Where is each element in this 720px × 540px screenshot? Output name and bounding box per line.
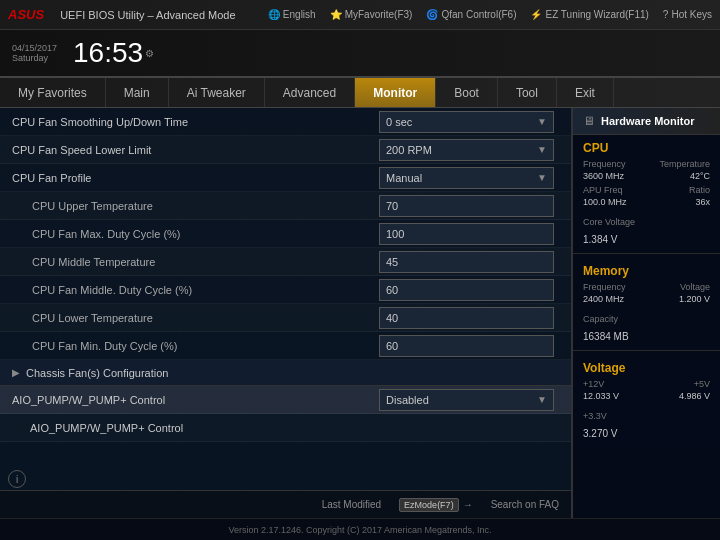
input-5[interactable]: 45 bbox=[379, 251, 554, 273]
app-title: UEFI BIOS Utility – Advanced Mode bbox=[60, 9, 258, 21]
date-line1: 04/15/2017 bbox=[12, 43, 57, 53]
hw-33v-val: 3.270 V bbox=[583, 428, 617, 439]
aio-setting-label: AIO_PUMP/W_PUMP+ Control bbox=[12, 394, 379, 406]
nav-aitweaker[interactable]: Ai Tweaker bbox=[169, 78, 265, 107]
hw-cpu-freq-val: 3600 MHz bbox=[583, 171, 624, 181]
setting-value-3[interactable]: 70 bbox=[379, 195, 559, 217]
settings-list: CPU Fan Smoothing Up/Down Time 0 sec ▼ C… bbox=[0, 108, 571, 490]
nav-tool[interactable]: Tool bbox=[498, 78, 557, 107]
setting-value-0[interactable]: 0 sec ▼ bbox=[379, 111, 559, 133]
hw-mem-val-row: 2400 MHz 1.200 V bbox=[583, 294, 710, 304]
hw-cpu-section: CPU Frequency Temperature 3600 MHz 42°C … bbox=[573, 135, 720, 249]
hw-ratio-label: Ratio bbox=[689, 185, 710, 195]
aio-setting-value[interactable]: Disabled ▼ bbox=[379, 389, 559, 411]
search-faq-item[interactable]: Search on FAQ bbox=[491, 499, 559, 510]
setting-value-4[interactable]: 100 bbox=[379, 223, 559, 245]
hw-core-volt-section: Core Voltage bbox=[583, 211, 710, 229]
hw-volt-title: Voltage bbox=[583, 361, 710, 375]
hot-keys-link[interactable]: ? Hot Keys bbox=[663, 9, 712, 20]
chassis-section-header[interactable]: ▶ Chassis Fan(s) Configuration bbox=[0, 360, 571, 386]
hw-apu-freq-label: APU Freq bbox=[583, 185, 623, 195]
star-icon: ⭐ bbox=[330, 9, 342, 20]
setting-label-7: CPU Lower Temperature bbox=[12, 312, 379, 324]
hw-mem-freq-val: 2400 MHz bbox=[583, 294, 624, 304]
dropdown-arrow-2: ▼ bbox=[537, 172, 547, 183]
globe-icon: 🌐 bbox=[268, 9, 280, 20]
top-bar-links: 🌐 English ⭐ MyFavorite(F3) 🌀 Qfan Contro… bbox=[268, 9, 712, 20]
dropdown-0[interactable]: 0 sec ▼ bbox=[379, 111, 554, 133]
content-area: CPU Fan Smoothing Up/Down Time 0 sec ▼ C… bbox=[0, 108, 720, 518]
input-6[interactable]: 60 bbox=[379, 279, 554, 301]
chassis-label: Chassis Fan(s) Configuration bbox=[26, 367, 168, 379]
nav-myfavorites[interactable]: My Favorites bbox=[0, 78, 106, 107]
date-line2: Saturday bbox=[12, 53, 57, 63]
aio-dropdown-arrow-icon: ▼ bbox=[537, 394, 547, 405]
setting-label-2: CPU Fan Profile bbox=[12, 172, 379, 184]
hw-33v-val-row: 3.270 V bbox=[583, 423, 710, 441]
input-4[interactable]: 100 bbox=[379, 223, 554, 245]
asus-logo: ASUS bbox=[8, 7, 44, 22]
ezmode-item[interactable]: EzMode(F7) → bbox=[399, 498, 473, 512]
hw-33v-section: +3.3V bbox=[583, 405, 710, 423]
input-3[interactable]: 70 bbox=[379, 195, 554, 217]
bottom-bar: Last Modified EzMode(F7) → Search on FAQ bbox=[0, 490, 571, 518]
nav-boot[interactable]: Boot bbox=[436, 78, 498, 107]
hw-mem-volt-val: 1.200 V bbox=[679, 294, 710, 304]
help-icon: ? bbox=[663, 9, 669, 20]
hw-core-volt-val: 1.384 V bbox=[583, 234, 617, 245]
setting-row-2: CPU Fan Profile Manual ▼ bbox=[0, 164, 571, 192]
fan-icon: 🌀 bbox=[426, 9, 438, 20]
aio-dropdown[interactable]: Disabled ▼ bbox=[379, 389, 554, 411]
setting-value-7[interactable]: 40 bbox=[379, 307, 559, 329]
info-icon[interactable]: i bbox=[8, 470, 26, 488]
nav-main[interactable]: Main bbox=[106, 78, 169, 107]
hw-mem-label-row: Frequency Voltage bbox=[583, 282, 710, 292]
nav-exit[interactable]: Exit bbox=[557, 78, 614, 107]
dropdown-arrow-0: ▼ bbox=[537, 116, 547, 127]
input-7[interactable]: 40 bbox=[379, 307, 554, 329]
ez-tuning-link[interactable]: ⚡ EZ Tuning Wizard(F11) bbox=[530, 9, 648, 20]
setting-value-6[interactable]: 60 bbox=[379, 279, 559, 301]
hw-mem-volt-label: Voltage bbox=[680, 282, 710, 292]
qfan-link[interactable]: 🌀 Qfan Control(F6) bbox=[426, 9, 516, 20]
setting-value-1[interactable]: 200 RPM ▼ bbox=[379, 139, 559, 161]
setting-row-3: CPU Upper Temperature 70 bbox=[0, 192, 571, 220]
aio-info-row: AIO_PUMP/W_PUMP+ Control bbox=[0, 414, 571, 442]
right-arrow-icon: → bbox=[463, 499, 473, 510]
expand-arrow-icon: ▶ bbox=[12, 367, 20, 378]
datetime-left: 04/15/2017 Saturday bbox=[12, 43, 57, 63]
hw-12v-label: +12V bbox=[583, 379, 604, 389]
hw-cpu-temp-val: 42°C bbox=[690, 171, 710, 181]
hw-apu-val: 100.0 MHz bbox=[583, 197, 627, 207]
hw-cpu-title: CPU bbox=[583, 141, 710, 155]
hw-33v-label: +3.3V bbox=[583, 411, 607, 421]
hw-memory-section: Memory Frequency Voltage 2400 MHz 1.200 … bbox=[573, 258, 720, 346]
hw-volt-val-row: 12.033 V 4.986 V bbox=[583, 391, 710, 401]
setting-row-8: CPU Fan Min. Duty Cycle (%) 60 bbox=[0, 332, 571, 360]
myfavorite-link[interactable]: ⭐ MyFavorite(F3) bbox=[330, 9, 413, 20]
setting-row-4: CPU Fan Max. Duty Cycle (%) 100 bbox=[0, 220, 571, 248]
hw-12v-val: 12.033 V bbox=[583, 391, 619, 401]
footer: Version 2.17.1246. Copyright (C) 2017 Am… bbox=[0, 518, 720, 540]
hw-cpu-freq-val-row: 3600 MHz 42°C bbox=[583, 171, 710, 181]
setting-value-2[interactable]: Manual ▼ bbox=[379, 167, 559, 189]
setting-row-5: CPU Middle Temperature 45 bbox=[0, 248, 571, 276]
top-bar: ASUS UEFI BIOS Utility – Advanced Mode 🌐… bbox=[0, 0, 720, 30]
setting-value-5[interactable]: 45 bbox=[379, 251, 559, 273]
setting-label-1: CPU Fan Speed Lower Limit bbox=[12, 144, 379, 156]
dropdown-2[interactable]: Manual ▼ bbox=[379, 167, 554, 189]
setting-value-8[interactable]: 60 bbox=[379, 335, 559, 357]
hw-cpu-temp-label: Temperature bbox=[659, 159, 710, 169]
footer-text: Version 2.17.1246. Copyright (C) 2017 Am… bbox=[228, 525, 491, 535]
nav-monitor[interactable]: Monitor bbox=[355, 78, 436, 107]
dropdown-1[interactable]: 200 RPM ▼ bbox=[379, 139, 554, 161]
english-link[interactable]: 🌐 English bbox=[268, 9, 316, 20]
input-8[interactable]: 60 bbox=[379, 335, 554, 357]
gear-icon: ⚙ bbox=[145, 48, 154, 59]
hw-core-volt-label: Core Voltage bbox=[583, 217, 635, 227]
nav-advanced[interactable]: Advanced bbox=[265, 78, 355, 107]
setting-label-3: CPU Upper Temperature bbox=[12, 200, 379, 212]
hw-divider-1 bbox=[573, 253, 720, 254]
setting-row-6: CPU Fan Middle. Duty Cycle (%) 60 bbox=[0, 276, 571, 304]
last-modified-item: Last Modified bbox=[322, 499, 381, 510]
